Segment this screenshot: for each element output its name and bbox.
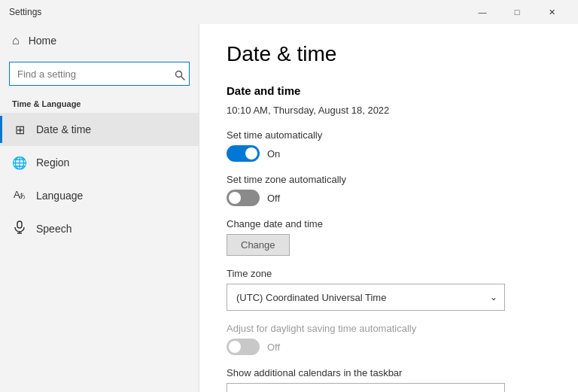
- auto-time-label: Set time automatically: [227, 129, 551, 141]
- timezone-setting: Time zone (UTC) Coordinated Universal Ti…: [227, 268, 551, 311]
- content-area: Date & time Date and time 10:10 AM, Thur…: [199, 24, 578, 392]
- svg-line-1: [181, 77, 185, 81]
- change-datetime-label: Change date and time: [227, 218, 551, 229]
- daylight-toggle-thumb: [229, 341, 241, 353]
- window-controls: — □ ✕: [465, 0, 569, 24]
- additional-calendars-setting: Show additional calendars in the taskbar…: [227, 367, 551, 392]
- auto-timezone-toggle[interactable]: [227, 190, 260, 206]
- search-input[interactable]: [9, 62, 190, 86]
- additional-cal-label: Show additional calendars in the taskbar: [227, 367, 551, 378]
- auto-timezone-toggle-container: Off: [227, 190, 551, 206]
- app-title: Settings: [9, 7, 465, 17]
- svg-text:あ: あ: [19, 192, 26, 199]
- auto-time-state: On: [267, 148, 280, 160]
- auto-time-setting: Set time automatically On: [227, 129, 551, 162]
- sidebar-item-date-time[interactable]: ⊞ Date & time: [0, 113, 199, 146]
- close-button[interactable]: ✕: [534, 0, 569, 24]
- sidebar-section-label: Time & Language: [0, 93, 199, 113]
- language-icon: A あ: [12, 187, 27, 204]
- sidebar-item-region-label: Region: [36, 156, 69, 169]
- page-title: Date & time: [227, 42, 551, 66]
- search-wrapper: [0, 57, 199, 93]
- region-icon: 🌐: [12, 156, 27, 170]
- auto-timezone-label: Set time zone automatically: [227, 174, 551, 185]
- timezone-dropdown-wrapper: (UTC) Coordinated Universal Time ⌄: [227, 284, 505, 311]
- home-icon: ⌂: [12, 34, 20, 47]
- auto-time-toggle[interactable]: [227, 145, 260, 162]
- auto-timezone-setting: Set time zone automatically Off: [227, 174, 551, 206]
- daylight-state: Off: [267, 342, 280, 353]
- search-icon-button[interactable]: [175, 70, 185, 81]
- additional-cal-dropdown-wrapper: Don't show additional calendars ⌄: [227, 383, 505, 392]
- title-bar: Settings — □ ✕: [0, 0, 578, 24]
- auto-timezone-toggle-track: [227, 190, 260, 206]
- date-time-icon: ⊞: [12, 123, 27, 137]
- change-datetime-setting: Change date and time Change: [227, 218, 551, 256]
- daylight-toggle[interactable]: [227, 339, 260, 355]
- sidebar-item-language[interactable]: A あ Language: [0, 179, 199, 212]
- daylight-label: Adjust for daylight saving time automati…: [227, 323, 551, 334]
- sidebar-item-date-time-label: Date & time: [36, 123, 91, 135]
- home-label: Home: [29, 35, 56, 47]
- speech-icon: [12, 220, 27, 237]
- svg-rect-4: [17, 221, 22, 228]
- minimize-button[interactable]: —: [465, 0, 500, 24]
- maximize-button[interactable]: □: [500, 0, 534, 24]
- current-datetime-display: 10:10 AM, Thursday, August 18, 2022: [227, 105, 551, 116]
- change-button[interactable]: Change: [227, 234, 290, 256]
- daylight-toggle-track: [227, 339, 260, 355]
- auto-time-toggle-track: [227, 145, 260, 162]
- sidebar-item-region[interactable]: 🌐 Region: [0, 146, 199, 179]
- sidebar-item-speech[interactable]: Speech: [0, 212, 199, 245]
- sidebar-item-language-label: Language: [36, 190, 83, 202]
- daylight-setting: Adjust for daylight saving time automati…: [227, 323, 551, 355]
- additional-cal-dropdown[interactable]: Don't show additional calendars: [227, 383, 505, 392]
- timezone-label: Time zone: [227, 268, 551, 279]
- auto-timezone-state: Off: [267, 193, 280, 204]
- timezone-dropdown[interactable]: (UTC) Coordinated Universal Time: [227, 284, 505, 311]
- sidebar-item-speech-label: Speech: [36, 223, 71, 235]
- sidebar: ⌂ Home Time & Language ⊞ Date & time 🌐 R…: [0, 24, 199, 392]
- auto-timezone-toggle-thumb: [229, 192, 241, 204]
- main-container: ⌂ Home Time & Language ⊞ Date & time 🌐 R…: [0, 24, 578, 392]
- auto-time-toggle-thumb: [245, 147, 257, 160]
- sidebar-item-home[interactable]: ⌂ Home: [0, 24, 199, 57]
- search-icon: [175, 70, 185, 81]
- section-heading-date-time: Date and time: [227, 84, 551, 97]
- auto-time-toggle-container: On: [227, 145, 551, 162]
- daylight-toggle-container: Off: [227, 339, 551, 355]
